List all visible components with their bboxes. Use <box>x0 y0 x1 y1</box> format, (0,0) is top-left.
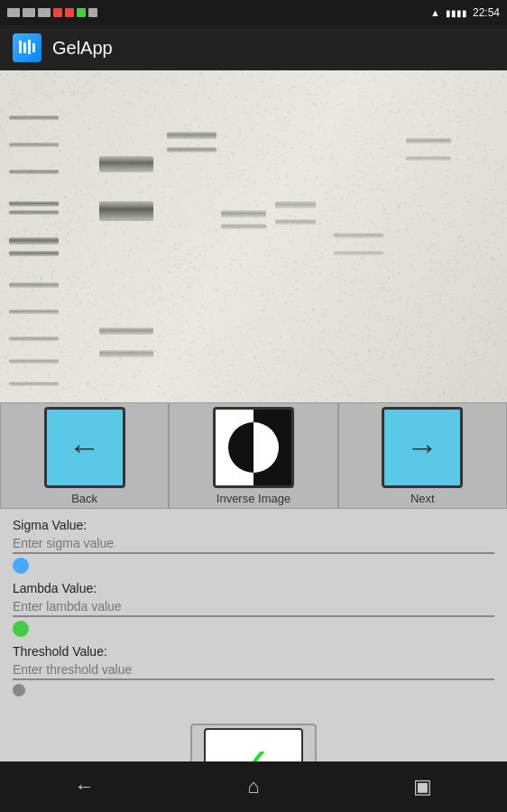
inverse-button-container[interactable]: Inverse Image <box>169 402 337 509</box>
next-button[interactable]: → Next <box>382 407 463 505</box>
sigma-input[interactable] <box>13 534 494 554</box>
notification-icon-7 <box>88 8 97 17</box>
inverse-button[interactable]: Inverse Image <box>213 407 294 505</box>
app-icon <box>13 33 41 62</box>
next-arrow-icon: → <box>406 429 438 466</box>
status-icons <box>7 8 97 17</box>
threshold-field-group: Threshold Value: <box>13 644 494 697</box>
notification-icon-2 <box>23 8 35 17</box>
form-area: Sigma Value: Lambda Value: Threshold Val… <box>0 509 507 713</box>
status-bar: ▲ ▮▮▮▮ 22:54 <box>0 0 507 25</box>
button-row: ← Back Inverse Image → <box>0 402 507 509</box>
svg-rect-1 <box>23 42 26 53</box>
inverse-label: Inverse Image <box>217 492 290 505</box>
notification-icon-6 <box>77 8 86 17</box>
gel-image-area <box>0 70 507 402</box>
sigma-field-group: Sigma Value: <box>13 518 494 574</box>
back-button[interactable]: ← Back <box>44 407 125 505</box>
notification-icon-4 <box>53 8 62 17</box>
threshold-dot <box>13 684 25 697</box>
lambda-input[interactable] <box>13 597 494 617</box>
nav-back-icon: ← <box>75 775 95 798</box>
wifi-signal: ▲ <box>430 7 440 18</box>
svg-rect-0 <box>19 41 22 53</box>
nav-home-button[interactable]: ⌂ <box>226 769 281 805</box>
app-bar: GelApp <box>0 25 507 70</box>
threshold-input[interactable] <box>13 660 494 680</box>
back-button-image: ← <box>44 407 125 488</box>
nav-home-icon: ⌂ <box>247 775 259 798</box>
svg-rect-2 <box>28 40 31 54</box>
nav-recent-button[interactable]: ▣ <box>395 769 449 805</box>
gel-canvas <box>0 70 507 402</box>
threshold-label: Threshold Value: <box>13 644 494 659</box>
notification-icon-3 <box>38 8 51 17</box>
back-arrow-icon: ← <box>69 429 101 466</box>
app-title: GelApp <box>52 38 113 59</box>
lambda-label: Lambda Value: <box>13 581 494 595</box>
inverse-button-image <box>213 407 294 488</box>
nav-back-button[interactable]: ← <box>58 769 112 805</box>
nav-recent-icon: ▣ <box>413 775 432 798</box>
next-button-image: → <box>382 407 463 488</box>
notification-icon-5 <box>65 8 74 17</box>
bottom-nav: ← ⌂ ▣ <box>0 761 507 812</box>
next-button-container[interactable]: → Next <box>338 402 507 509</box>
sigma-dot <box>13 558 29 574</box>
notification-icon-1 <box>7 8 20 17</box>
battery: ▮▮▮▮ <box>446 8 467 18</box>
back-label: Back <box>71 492 97 505</box>
lambda-field-group: Lambda Value: <box>13 581 494 637</box>
status-right: ▲ ▮▮▮▮ 22:54 <box>430 6 500 19</box>
lambda-dot <box>13 621 29 637</box>
svg-rect-3 <box>32 43 35 52</box>
sigma-label: Sigma Value: <box>13 518 494 532</box>
time: 22:54 <box>473 6 500 19</box>
back-button-container[interactable]: ← Back <box>0 402 169 509</box>
next-label: Next <box>410 492 435 505</box>
